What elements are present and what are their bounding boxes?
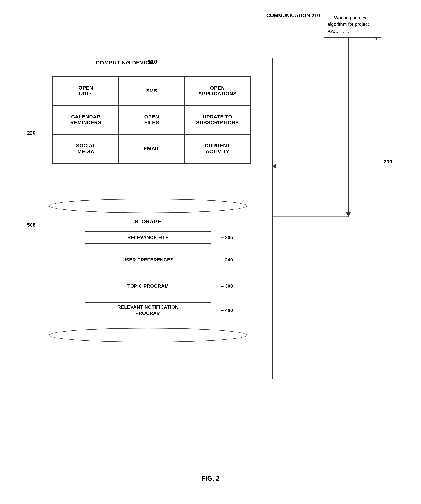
grid-cell-calendar-reminders: CALENDARREMINDERS [53, 105, 119, 134]
svg-marker-3 [273, 163, 276, 169]
grid-cell-sms: SMS [119, 76, 185, 105]
svg-marker-8 [346, 212, 351, 217]
label-220: 220 [27, 130, 36, 136]
grid-cell-current-activity: CURRENTACTIVITY [184, 134, 250, 163]
figure-label: FIG. 2 [202, 475, 219, 482]
storage-body-label: STORAGE [49, 218, 247, 225]
storage-item-relevance-file: RELEVANCE FILE [85, 231, 211, 244]
cylinder-body: STORAGE RELEVANCE FILE – 205 USER PREFER… [49, 206, 247, 329]
storage-item-user-preferences: USER PREFERENCES [85, 253, 211, 266]
label-508: 508 [27, 222, 36, 228]
diagram-container: COMMUNICATION 210 .... Working on new al… [0, 0, 421, 504]
ref-205: – 205 [221, 235, 233, 240]
grid-cell-open-files: OPENFILES [119, 105, 185, 134]
communication-note: .... Working on new algorithm for projec… [324, 11, 381, 38]
grid-cell-email: EMAIL [119, 134, 185, 163]
dashed-divider [67, 273, 229, 273]
storage-item-relevant-notification: RELEVANT NOTIFICATIONPROGRAM [85, 302, 211, 318]
label-200: 200 [384, 159, 392, 165]
grid-cell-update-subscriptions: UPDATE TOSUBSCRIPTIONS [184, 105, 250, 134]
ref-240: – 240 [221, 257, 233, 263]
storage-container: STORAGE RELEVANCE FILE – 205 USER PREFER… [49, 199, 247, 342]
cylinder-top [49, 199, 247, 213]
grid-cell-open-applications: OPENAPPLICATIONS [184, 76, 250, 105]
communication-label: COMMUNICATION 210 [266, 13, 320, 18]
ref-300: – 300 [221, 283, 233, 289]
ref-400: – 400 [221, 307, 233, 313]
grid-cell-social-media: SOCIALMEDIA [53, 134, 119, 163]
cylinder-bottom [49, 328, 247, 342]
storage-item-topic-program: TOPIC PROGRAM [85, 280, 211, 292]
activity-grid: OPENURLs SMS OPENAPPLICATIONS CALENDARRE… [52, 76, 251, 164]
cylinder: STORAGE RELEVANCE FILE – 205 USER PREFER… [49, 199, 247, 342]
grid-cell-open-urls: OPENURLs [53, 76, 119, 105]
computing-device-label: COMPUTING DEVICE [96, 60, 153, 66]
computing-device-number: 110 [148, 59, 157, 65]
